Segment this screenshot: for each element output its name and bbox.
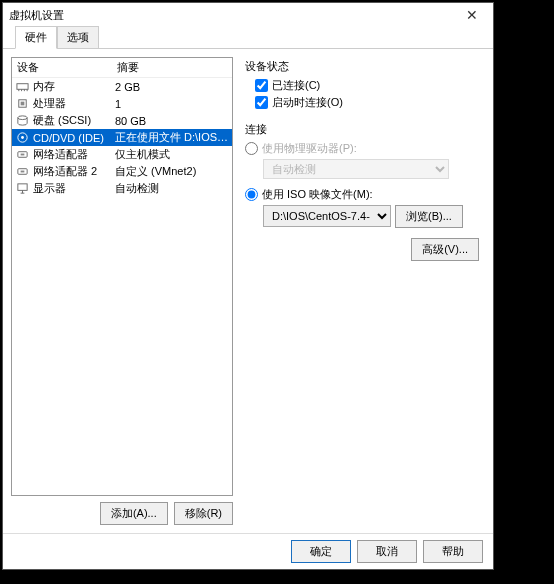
svg-point-9 — [21, 136, 24, 139]
device-name: 显示器 — [33, 181, 115, 196]
connect-at-start-checkbox[interactable] — [255, 96, 268, 109]
hardware-row[interactable]: 内存2 GB — [12, 78, 232, 95]
display-icon — [15, 182, 29, 196]
device-name: CD/DVD (IDE) — [33, 132, 115, 144]
device-name: 处理器 — [33, 96, 115, 111]
svg-point-7 — [17, 116, 26, 120]
hardware-row[interactable]: 网络适配器 2自定义 (VMnet2) — [12, 163, 232, 180]
device-summary: 自定义 (VMnet2) — [115, 164, 229, 179]
use-physical-drive-row[interactable]: 使用物理驱动器(P): — [245, 141, 479, 156]
remove-button[interactable]: 移除(R) — [174, 502, 233, 525]
connected-label: 已连接(C) — [272, 78, 320, 93]
col-summary: 摘要 — [117, 60, 227, 75]
tab-options[interactable]: 选项 — [57, 26, 99, 48]
disk-icon — [15, 114, 29, 128]
cd-icon — [15, 131, 29, 145]
cancel-button[interactable]: 取消 — [357, 540, 417, 563]
device-summary: 2 GB — [115, 81, 229, 93]
hardware-row[interactable]: 网络适配器仅主机模式 — [12, 146, 232, 163]
tabs: 硬件 选项 — [3, 27, 493, 49]
hardware-row[interactable]: 显示器自动检测 — [12, 180, 232, 197]
device-summary: 80 GB — [115, 115, 229, 127]
device-summary: 自动检测 — [115, 181, 229, 196]
connect-at-start-row[interactable]: 启动时连接(O) — [255, 95, 479, 110]
tab-hardware[interactable]: 硬件 — [15, 26, 57, 49]
browse-button[interactable]: 浏览(B)... — [395, 205, 463, 228]
svg-rect-14 — [17, 184, 26, 191]
memory-icon — [15, 80, 29, 94]
use-iso-label: 使用 ISO 映像文件(M): — [262, 187, 373, 202]
add-button[interactable]: 添加(A)... — [100, 502, 168, 525]
vm-settings-dialog: 虚拟机设置 ✕ 硬件 选项 设备 摘要 内存2 GB处理器1硬盘 (SCSI)8… — [2, 2, 494, 570]
device-summary: 1 — [115, 98, 229, 110]
device-name: 硬盘 (SCSI) — [33, 113, 115, 128]
device-name: 网络适配器 — [33, 147, 115, 162]
ok-button[interactable]: 确定 — [291, 540, 351, 563]
dialog-footer: 确定 取消 帮助 — [3, 533, 493, 569]
hardware-row[interactable]: 处理器1 — [12, 95, 232, 112]
net-icon — [15, 165, 29, 179]
advanced-button[interactable]: 高级(V)... — [411, 238, 479, 261]
svg-rect-13 — [20, 171, 24, 173]
connected-checkbox-row[interactable]: 已连接(C) — [255, 78, 479, 93]
net-icon — [15, 148, 29, 162]
use-iso-radio[interactable] — [245, 188, 258, 201]
connected-checkbox[interactable] — [255, 79, 268, 92]
device-status-title: 设备状态 — [245, 59, 479, 74]
svg-rect-0 — [16, 84, 27, 90]
help-button[interactable]: 帮助 — [423, 540, 483, 563]
device-name: 网络适配器 2 — [33, 164, 115, 179]
svg-rect-6 — [20, 102, 24, 106]
use-physical-drive-radio[interactable] — [245, 142, 258, 155]
use-iso-row[interactable]: 使用 ISO 映像文件(M): — [245, 187, 479, 202]
use-physical-drive-label: 使用物理驱动器(P): — [262, 141, 357, 156]
hardware-list: 设备 摘要 内存2 GB处理器1硬盘 (SCSI)80 GBCD/DVD (ID… — [11, 57, 233, 496]
hardware-row[interactable]: 硬盘 (SCSI)80 GB — [12, 112, 232, 129]
physical-drive-select: 自动检测 — [263, 159, 449, 179]
col-device: 设备 — [17, 60, 117, 75]
close-icon: ✕ — [466, 7, 478, 23]
close-button[interactable]: ✕ — [457, 5, 487, 25]
device-summary: 正在使用文件 D:\IOS\CentO... — [115, 130, 229, 145]
device-name: 内存 — [33, 79, 115, 94]
dialog-title: 虚拟机设置 — [9, 8, 457, 23]
hardware-list-header: 设备 摘要 — [12, 58, 232, 78]
connection-title: 连接 — [245, 122, 479, 137]
iso-path-select[interactable]: D:\IOS\CentOS-7.4-x86_64-D\ — [263, 205, 391, 227]
svg-rect-11 — [20, 154, 24, 156]
cpu-icon — [15, 97, 29, 111]
hardware-row[interactable]: CD/DVD (IDE)正在使用文件 D:\IOS\CentO... — [12, 129, 232, 146]
title-bar: 虚拟机设置 ✕ — [3, 3, 493, 27]
connect-at-start-label: 启动时连接(O) — [272, 95, 343, 110]
device-summary: 仅主机模式 — [115, 147, 229, 162]
